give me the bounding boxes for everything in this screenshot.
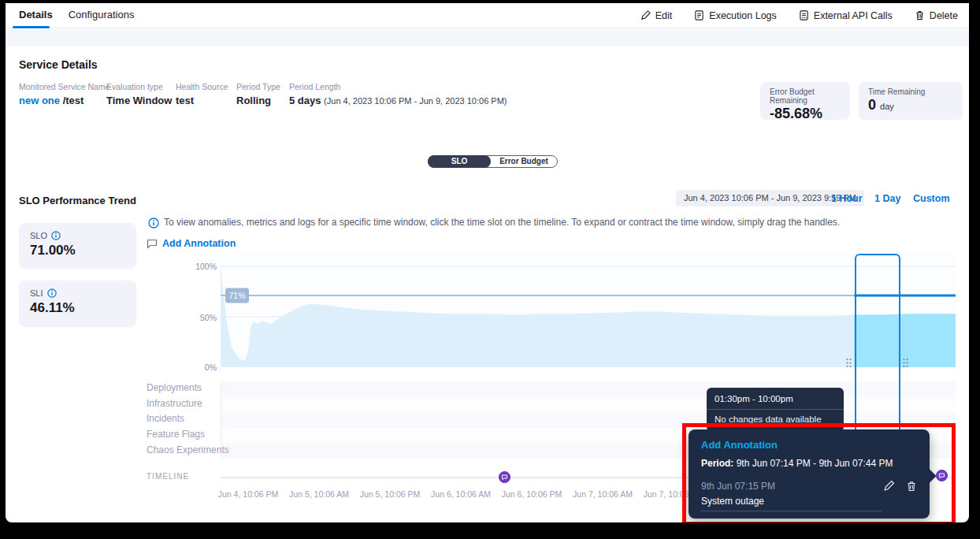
popup-add-annotation-link[interactable]: Add Annotation bbox=[701, 439, 917, 451]
document-api-icon bbox=[799, 10, 809, 20]
tooltip-message: No changes data available bbox=[715, 414, 836, 424]
error-budget-label: Error Budget Remaining bbox=[770, 87, 841, 105]
field-label: Health Source bbox=[176, 82, 228, 91]
popup-entry-text: System outage bbox=[701, 496, 917, 507]
tab-configurations[interactable]: Configurations bbox=[61, 3, 143, 28]
external-api-calls-label: External API Calls bbox=[814, 10, 893, 21]
slo-card-value: 71.00% bbox=[30, 243, 125, 258]
pencil-icon bbox=[640, 10, 651, 20]
y-tick-0: 0% bbox=[185, 362, 217, 372]
period-range: (Jun 4, 2023 10:06 PM - Jun 9, 2023 10:0… bbox=[324, 96, 507, 106]
document-icon bbox=[694, 10, 704, 20]
toggle-error-budget[interactable]: Error Budget bbox=[491, 156, 557, 167]
info-icon[interactable] bbox=[47, 288, 57, 298]
service-details-title: Service Details bbox=[19, 58, 98, 71]
event-row-label: Feature Flags bbox=[147, 429, 205, 440]
field-health-source: Health Source test bbox=[176, 82, 228, 106]
monitored-service-link[interactable]: new one bbox=[19, 95, 60, 106]
sli-card-label: SLI bbox=[30, 288, 43, 298]
execution-logs-button[interactable]: Execution Logs bbox=[694, 10, 776, 21]
time-remaining-label: Time Remaining bbox=[868, 87, 953, 96]
delete-label: Delete bbox=[930, 10, 958, 21]
field-value: Time Window bbox=[106, 95, 172, 106]
field-value: Rolling bbox=[236, 95, 280, 106]
toggle-slo[interactable]: SLO bbox=[428, 155, 491, 168]
field-period-length: Period Length 5 days (Jun 4, 2023 10:06 … bbox=[289, 82, 507, 106]
monitored-service-env: /test bbox=[63, 95, 84, 106]
error-budget-value: -85.68% bbox=[770, 106, 841, 122]
field-value: test bbox=[176, 95, 228, 106]
time-remaining-unit: day bbox=[880, 102, 894, 111]
slo-card-label: SLO bbox=[30, 231, 47, 240]
popup-period-label: Period: bbox=[701, 458, 733, 469]
field-label: Period Type bbox=[236, 82, 280, 91]
y-tick-100: 100% bbox=[185, 262, 217, 271]
field-value: 5 days bbox=[289, 95, 321, 106]
y-tick-50: 50% bbox=[185, 313, 217, 322]
edit-annotation-icon[interactable] bbox=[883, 480, 895, 492]
view-toggle: SLO Error Budget bbox=[428, 155, 558, 168]
info-icon bbox=[148, 217, 159, 229]
slo-trend-chart[interactable]: 71% bbox=[221, 254, 956, 367]
info-icon[interactable] bbox=[51, 231, 61, 240]
time-remaining-value: 0 bbox=[868, 97, 876, 113]
event-row-label: Deployments bbox=[147, 382, 202, 393]
tab-details[interactable]: Details bbox=[11, 3, 61, 28]
add-annotation-label: Add Annotation bbox=[162, 238, 236, 249]
svg-text:71%: 71% bbox=[228, 291, 245, 300]
annotation-marker-active[interactable] bbox=[936, 470, 948, 481]
edit-button[interactable]: Edit bbox=[640, 10, 673, 21]
range-custom[interactable]: Custom bbox=[913, 193, 950, 204]
trash-icon bbox=[915, 10, 925, 20]
toolbar-actions: Edit Execution Logs External API Calls D… bbox=[640, 10, 958, 21]
execution-logs-label: Execution Logs bbox=[709, 10, 776, 21]
event-row[interactable] bbox=[221, 381, 956, 397]
range-1-day[interactable]: 1 Day bbox=[874, 193, 900, 204]
field-label: Monitored Service Name bbox=[19, 82, 110, 91]
error-budget-card: Error Budget Remaining -85.68% bbox=[760, 82, 850, 120]
drag-handle-left[interactable] bbox=[845, 358, 852, 368]
popup-entry-time: 9th Jun 07:15 PM bbox=[701, 481, 775, 492]
popup-period-value: 9th Jun 07:14 PM - 9th Jun 07:44 PM bbox=[737, 458, 893, 469]
annotation-marker[interactable] bbox=[499, 471, 510, 483]
delete-annotation-icon[interactable] bbox=[906, 481, 917, 492]
sub-header-strip bbox=[6, 29, 969, 46]
drag-handle-right[interactable] bbox=[902, 358, 909, 368]
timeline-label: TIMELINE bbox=[147, 472, 189, 481]
tooltip-time-range: 01:30pm - 10:00pm bbox=[715, 394, 836, 403]
edit-label: Edit bbox=[655, 10, 673, 21]
info-text: To view anomalies, metrics and logs for … bbox=[164, 217, 840, 229]
event-row[interactable] bbox=[221, 412, 956, 428]
field-label: Evaluation type bbox=[106, 82, 172, 91]
delete-button[interactable]: Delete bbox=[915, 10, 958, 21]
popup-divider bbox=[701, 511, 882, 511]
event-row-label: Infrastructure bbox=[147, 398, 202, 409]
event-row-label: Chaos Experiments bbox=[147, 444, 229, 455]
tab-bar: Details Configurations Edit Execution Lo… bbox=[6, 3, 969, 28]
event-row-label: Incidents bbox=[147, 413, 184, 424]
timeslot-tooltip: 01:30pm - 10:00pm No changes data availa… bbox=[707, 388, 844, 432]
trend-title: SLO Performance Trend bbox=[19, 195, 136, 206]
speech-bubble-icon bbox=[147, 238, 158, 249]
app-window: Details Configurations Edit Execution Lo… bbox=[6, 3, 969, 522]
annotation-popup: Add Annotation Period: 9th Jun 07:14 PM … bbox=[689, 429, 930, 519]
event-row[interactable] bbox=[221, 397, 956, 413]
field-evaluation-type: Evaluation type Time Window bbox=[106, 82, 172, 106]
external-api-calls-button[interactable]: External API Calls bbox=[799, 10, 893, 21]
sli-card: SLI 46.11% bbox=[19, 281, 136, 327]
add-annotation-link[interactable]: Add Annotation bbox=[147, 238, 236, 249]
range-1-hour[interactable]: 1 Hour bbox=[831, 193, 863, 204]
sli-card-value: 46.11% bbox=[30, 300, 125, 316]
field-period-type: Period Type Rolling bbox=[236, 82, 280, 106]
info-banner: To view anomalies, metrics and logs for … bbox=[148, 217, 944, 229]
field-label: Period Length bbox=[289, 82, 507, 91]
time-remaining-card: Time Remaining 0 day bbox=[859, 82, 963, 120]
tooltip-divider bbox=[707, 409, 844, 410]
slo-card: SLO 71.00% bbox=[19, 223, 136, 269]
field-monitored-service: Monitored Service Name new one /test bbox=[19, 82, 110, 106]
